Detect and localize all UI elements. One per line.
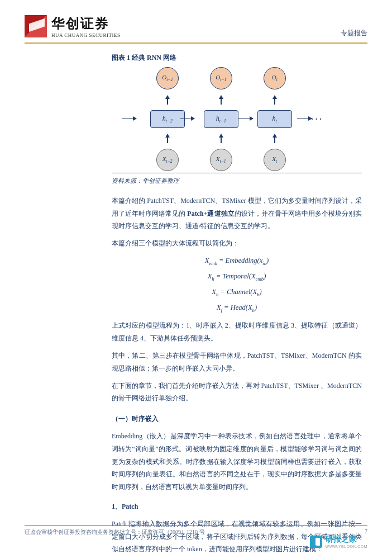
arrow-right-icon <box>297 119 312 120</box>
formula-embedding: Xemb = Embedding(xin) <box>112 254 362 268</box>
company-logo: 华创证券 HUA CHUANG SECURITIES <box>25 15 121 38</box>
arrow-right-icon <box>238 119 253 120</box>
arrow-up-icon <box>219 134 223 143</box>
paragraph: 本篇介绍三个模型的大体流程可以简化为： <box>112 237 362 250</box>
output-node: Ot−1 <box>210 67 232 89</box>
rnn-step-tm1: Ot−1 ht−1 Xt−1 <box>204 67 238 171</box>
paragraph: 其中，第二、第三步在模型骨干网络中体现，PatchTST、TSMixer、Mod… <box>112 349 362 375</box>
page-header: 华创证券 HUA CHUANG SECURITIES 专题报告 <box>0 0 392 42</box>
hidden-node: ht <box>257 110 292 128</box>
subsection-heading: 1、Patch <box>112 500 362 513</box>
formula-channel: Xh = Channel(Xh) <box>112 286 362 299</box>
watermark-logo-icon <box>310 536 322 548</box>
rnn-diagram: Ot−2 ht−2 Xt−2 Ot−1 ht−1 Xt−1 Ot ht Xt ·… <box>117 69 356 169</box>
paragraph: 上式对应的模型流程为：1、时序嵌入 2、提取时序维度信息 3、提取特征（或通道）… <box>112 319 362 345</box>
ellipsis: ··· <box>311 110 324 129</box>
company-name-cn: 华创证券 <box>51 15 121 32</box>
arrow-right-icon <box>180 119 194 120</box>
input-node: Xt <box>264 149 286 171</box>
watermark-en: WWW.YBLOOK.COM <box>326 544 367 548</box>
logo-mark-icon <box>25 15 47 37</box>
output-node: Ot−2 <box>156 67 179 89</box>
hidden-node: ht−1 <box>204 110 238 128</box>
main-content: 图表 1 经典 RNN 网络 Ot−2 ht−2 Xt−2 Ot−1 ht−1 … <box>0 44 392 554</box>
paragraph: Embedding（嵌入）是深度学习中一种表示技术，例如自然语言处理中，通常将单… <box>112 430 362 494</box>
arrow-up-icon <box>273 134 277 143</box>
formula-temporal: Xh = Temporal(Xemb) <box>112 270 362 283</box>
paragraph: 在下面的章节，我们首先介绍时序嵌入方法，再对 PatchTST、TSMixer … <box>112 380 362 405</box>
input-node: Xt−1 <box>210 149 232 171</box>
figure-source: 资料来源：华创证券整理 <box>112 173 362 187</box>
arrow-up-icon <box>165 134 170 143</box>
arrow-up-icon <box>273 95 277 105</box>
company-name-en: HUA CHUANG SECURITIES <box>51 32 121 38</box>
figure-title: 图表 1 经典 RNN 网络 <box>112 51 362 64</box>
watermark-cn: 研报之家 <box>326 534 367 544</box>
watermark: 研报之家 WWW.YBLOOK.COM <box>310 534 367 548</box>
arrow-up-icon <box>165 95 170 105</box>
footer-disclaimer: 证监会审核华创证券投资咨询业务资格批文号：证监许可（2009）1210 号 <box>25 528 205 536</box>
arrow-in-icon <box>122 119 136 120</box>
section-heading: （一）时序嵌入 <box>112 413 362 425</box>
input-node: Xt−2 <box>156 149 179 171</box>
output-node: Ot <box>264 67 286 89</box>
paragraph: 本篇介绍的 PatchTST、ModernTCN、TSMixer 模型，它们为多… <box>112 195 362 233</box>
arrow-up-icon <box>219 95 223 105</box>
report-type-label: 专题报告 <box>341 29 367 38</box>
rnn-step-t: Ot ht Xt <box>257 67 292 171</box>
formula-head: Xf = Head(Xh) <box>112 301 362 315</box>
